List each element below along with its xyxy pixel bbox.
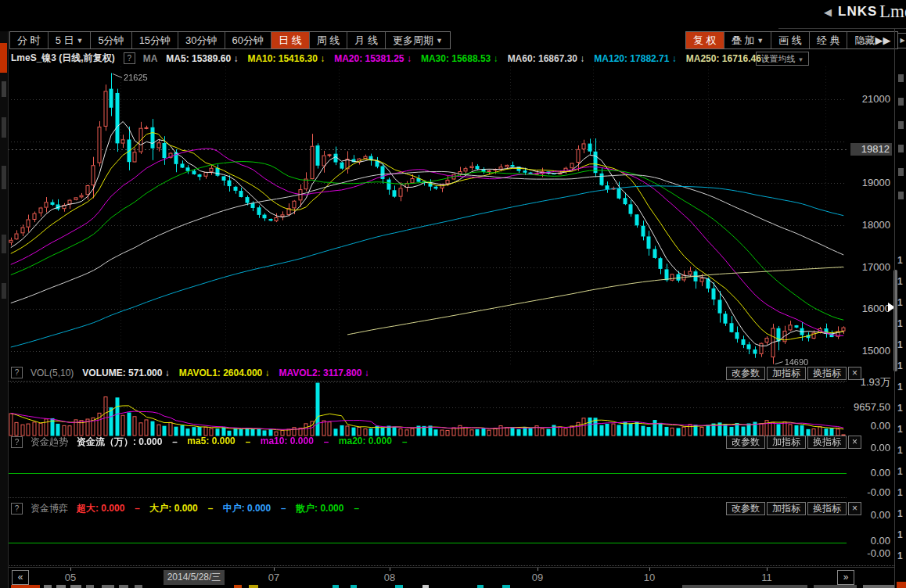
trading-app-window: ◀ LNKS Lme 分 时5 日▼5分钟15分钟30分钟60分钟日 线周 线月… xyxy=(0,0,906,588)
sub-axis-label: -0.00 xyxy=(848,548,890,559)
volume-button-1[interactable]: 加指标 xyxy=(767,367,806,380)
fund-trend-field-0: 资金流（万）: 0.000 xyxy=(77,436,162,449)
fund-game-button-1[interactable]: 加指标 xyxy=(767,502,806,515)
cropped-ui-fragment xyxy=(814,585,857,588)
price-axis-label: 16000 xyxy=(848,303,890,314)
period-button-2-label: 5分钟 xyxy=(98,34,124,48)
period-button-8-label: 月 线 xyxy=(354,34,378,48)
period-button-4[interactable]: 30分钟 xyxy=(178,32,225,48)
cropped-quote-digit: 1 xyxy=(897,550,903,561)
help-icon[interactable]: ? xyxy=(11,367,23,378)
fund-trend-panel-header: ? 资金趋势 资金流（万）: 0.000－ma5: 0.000－ma10: 0.… xyxy=(11,436,409,449)
last-close-price-badge: 19812 xyxy=(850,143,892,156)
tool-button-0-label: 复 权 xyxy=(693,34,717,48)
price-axis-label: 17000 xyxy=(848,262,890,273)
cropped-ui-fragment xyxy=(44,585,52,588)
period-button-8[interactable]: 月 线 xyxy=(347,32,386,48)
tick-mark xyxy=(390,568,390,571)
set-ma-button[interactable]: 设置均线 ▼ xyxy=(756,52,809,66)
period-button-7[interactable]: 周 线 xyxy=(310,32,348,48)
volume-field-0: VOLUME: 571.000 ↓ xyxy=(82,368,169,378)
fund-game-panel-header: ? 资金博弈 超大: 0.000－大户: 0.000－中户: 0.000－散户:… xyxy=(11,502,361,515)
fund-game-indicator-name[interactable]: 资金博弈 xyxy=(31,502,68,515)
fund-game-values: 超大: 0.000－大户: 0.000－中户: 0.000－散户: 0.000－ xyxy=(77,502,361,515)
period-button-9-label: 更多周期 xyxy=(393,34,433,48)
cropped-ui-fragment xyxy=(422,585,429,588)
volume-button-0[interactable]: 改参数 xyxy=(726,367,765,380)
cropped-ui-fragment xyxy=(119,585,128,588)
fund-trend-indicator-name[interactable]: 资金趋势 xyxy=(31,436,68,449)
fund-game-field-2: 中户: 0.000 xyxy=(223,502,271,515)
sub-axis-label: 0.00 xyxy=(848,536,890,547)
tool-button-2[interactable]: 画 线 xyxy=(771,32,810,48)
back-arrow-icon[interactable]: ◀ xyxy=(824,6,832,18)
price-axis-label: 18000 xyxy=(848,220,890,231)
sub-axis-label: 1.93万 xyxy=(848,377,890,388)
main-chart-canvas[interactable] xyxy=(8,66,847,365)
tool-button-3[interactable]: 经 典 xyxy=(810,32,848,48)
ma-value-4: MA60: 16867.30 ↓ xyxy=(508,53,585,64)
period-button-9[interactable]: 更多周期▼ xyxy=(386,32,450,48)
tool-button-4[interactable]: 隐藏▶▶ xyxy=(847,32,897,48)
scroll-left-button[interactable]: « xyxy=(12,570,29,585)
fund-trend-field-2-dash: － xyxy=(322,436,331,449)
cropped-quote-digit: 1 xyxy=(897,318,903,329)
cropped-ui-fragment xyxy=(351,585,357,588)
chevron-down-icon: ▼ xyxy=(798,56,804,63)
volume-panel-buttons: 改参数加指标换指标× xyxy=(726,367,861,380)
fund-game-field-1: 大户: 0.000 xyxy=(149,502,197,515)
scroll-right-button[interactable]: » xyxy=(837,570,854,585)
cropped-quote-digit: 1 xyxy=(897,255,903,266)
tool-button-1[interactable]: 叠 加▼ xyxy=(724,32,772,48)
tool-button-4-label: 隐藏▶▶ xyxy=(854,34,890,48)
fund-game-button-0[interactable]: 改参数 xyxy=(726,502,765,515)
ma-value-5: MA120: 17882.71 ↓ xyxy=(594,53,676,64)
fund-trend-field-1: ma5: 0.000 xyxy=(187,436,235,449)
volume-field-2: MAVOL2: 3117.800 ↓ xyxy=(279,368,369,378)
help-icon[interactable]: ? xyxy=(124,52,135,64)
fund-trend-button-2[interactable]: 换指标 xyxy=(807,436,847,449)
period-button-0[interactable]: 分 时 xyxy=(10,32,49,48)
period-button-3[interactable]: 15分钟 xyxy=(132,32,178,48)
collapse-panel-icon[interactable]: ▶ xyxy=(897,33,906,48)
period-button-2[interactable]: 5分钟 xyxy=(91,32,131,48)
cropped-ui-fragment xyxy=(11,585,40,588)
help-icon[interactable]: ? xyxy=(11,503,23,514)
price-axis-label: 21000 xyxy=(848,94,890,105)
period-button-6[interactable]: 日 线 xyxy=(271,32,310,48)
cropped-quote-digit: 1 xyxy=(897,339,903,350)
cropped-ui-fragment xyxy=(102,585,114,588)
volume-chart-canvas[interactable] xyxy=(8,382,847,436)
help-icon[interactable]: ? xyxy=(11,436,23,448)
cropped-ui-fragment xyxy=(502,585,510,588)
cropped-ui-fragment xyxy=(70,585,81,588)
period-button-4-label: 30分钟 xyxy=(185,34,217,48)
volume-button-2[interactable]: 换指标 xyxy=(807,367,847,380)
period-button-5-label: 60分钟 xyxy=(232,34,264,48)
period-button-3-label: 15分钟 xyxy=(139,34,171,48)
cropped-quote-digit: 1 xyxy=(897,360,903,371)
fund-trend-button-1[interactable]: 加指标 xyxy=(767,436,806,449)
time-axis-label: 09 xyxy=(532,572,543,583)
cropped-quote-digit: 1 xyxy=(897,297,903,308)
period-button-0-label: 分 时 xyxy=(17,34,41,48)
sub-axis-label: 0.00 xyxy=(848,468,890,479)
period-button-1[interactable]: 5 日▼ xyxy=(49,32,92,48)
time-axis-label: 05 xyxy=(65,572,76,583)
cropped-ui-fragment xyxy=(395,585,403,588)
ticker-code[interactable]: LNKS xyxy=(838,4,877,20)
tool-button-0[interactable]: 复 权 xyxy=(686,32,724,48)
fund-game-button-2[interactable]: 换指标 xyxy=(807,502,847,515)
chevron-down-icon: ▼ xyxy=(76,37,83,45)
volume-indicator-name[interactable]: VOL(5,10) xyxy=(31,368,74,378)
fund-game-panel-buttons: 改参数加指标换指标× xyxy=(726,502,861,515)
cropped-quote-digit: 1 xyxy=(897,529,903,540)
period-button-5[interactable]: 60分钟 xyxy=(225,32,271,48)
tick-mark xyxy=(537,568,538,571)
tick-mark xyxy=(767,568,768,571)
selected-date-badge: 2014/5/28/三 xyxy=(164,570,225,585)
cropped-ui-fragment xyxy=(234,585,242,588)
cropped-ui-fragment xyxy=(333,585,339,588)
sub-axis-label: 9657.50 xyxy=(848,402,890,413)
fund-trend-button-0[interactable]: 改参数 xyxy=(726,436,765,449)
